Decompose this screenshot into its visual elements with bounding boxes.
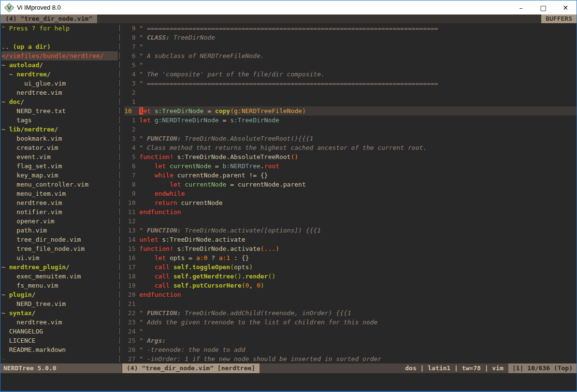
tree-item[interactable]: README.markdown — [1, 345, 118, 354]
tree-item[interactable]: menu_item.vim — [1, 189, 118, 198]
text-segment: </vimfiles/bundle/nerdtree/ — [1, 52, 103, 59]
text-segment: / — [39, 61, 43, 69]
text-segment: () — [268, 273, 275, 280]
tree-item[interactable]: bookmark.vim — [1, 134, 118, 143]
text-segment: ~ — [1, 263, 9, 271]
text-segment: ~ — [1, 309, 9, 317]
tree-item[interactable]: ~ autoload/ — [1, 60, 118, 70]
tree-item[interactable]: ui.vim — [1, 253, 118, 262]
command-line[interactable] — [0, 373, 577, 391]
code-line: 19 call self.putCursorHere(0, 0) — [124, 281, 577, 290]
code-line: 6 " A subclass of NERDTreeFileNode. — [124, 51, 577, 60]
tree-item[interactable]: tree_file_node.vim — [1, 244, 118, 253]
tree-item[interactable]: ~ syntax/ — [1, 308, 118, 318]
tree-item[interactable]: tags — [1, 116, 118, 125]
tree-item[interactable]: menu_controller.vim — [1, 180, 118, 189]
cursor-position: |1| 10/636 (Top) — [508, 363, 577, 373]
text-segment: README.markdown — [1, 346, 66, 353]
code-line: 1 let g:NERDTreeDirNode = s:TreeDirNode — [124, 116, 577, 125]
tree-item[interactable]: flag_set.vim — [1, 161, 118, 171]
code-pane[interactable]: 9 " ====================================… — [122, 23, 577, 363]
code-line: 23 " Adds the given treenode to the list… — [124, 318, 577, 327]
window-title: Vi IMproved 8.0 — [17, 4, 61, 11]
tree-item[interactable]: ~ doc/ — [1, 97, 118, 106]
line-number: 8 — [124, 181, 139, 188]
text-segment: currentNode — [170, 162, 211, 170]
tree-item[interactable]: exec_menuitem.vim — [1, 272, 118, 281]
text-segment: ) — [249, 263, 253, 271]
text-segment: LICENCE — [1, 337, 35, 344]
tree-item[interactable]: ~ nerdtree_plugin/ — [1, 262, 118, 272]
text-segment: g:NERDTreeDirNode — [155, 116, 219, 124]
close-button[interactable]: ✕ — [554, 0, 577, 15]
text-segment: opener.vim — [1, 218, 55, 225]
line-number: 2 — [124, 126, 139, 133]
tabline-fill — [97, 15, 541, 23]
tree-item[interactable]: opener.vim — [1, 217, 118, 226]
tree-item[interactable]: .. (up a dir) — [1, 42, 118, 51]
statusline-fill — [260, 363, 400, 373]
tree-item[interactable]: ~ nerdtree/ — [1, 70, 118, 79]
text-segment: / — [47, 71, 51, 78]
line-number: 13 — [124, 227, 139, 234]
text-segment — [151, 107, 155, 115]
line-number: 6 — [124, 52, 139, 59]
line-number: 11 — [124, 208, 139, 216]
buffer-tab[interactable]: (4) "tree_dir_node.vim" — [0, 15, 97, 23]
tree-item[interactable]: key_map.vim — [1, 171, 118, 180]
text-segment: flag_set.vim — [1, 162, 62, 170]
text-segment: s:TreeDirNode — [230, 116, 279, 124]
text-segment: event.vim — [1, 153, 51, 160]
tree-item[interactable]: notifier.vim — [1, 207, 118, 217]
window-separator[interactable] — [118, 23, 122, 363]
tree-item[interactable]: ~ — [1, 354, 118, 363]
text-segment: " — [139, 135, 147, 142]
tree-item[interactable]: nerdtree.vim — [1, 88, 118, 97]
text-segment: () — [234, 273, 242, 280]
maximize-button[interactable]: □ — [532, 0, 554, 15]
text-segment: tags — [1, 116, 32, 124]
text-segment: TreeDirNode — [170, 34, 215, 41]
line-number: 3 — [124, 135, 139, 142]
tree-item[interactable]: " Press ? for help — [1, 24, 118, 33]
code-line: 9 " ====================================… — [124, 24, 577, 33]
tree-item[interactable]: event.vim — [1, 152, 118, 161]
tree-item[interactable]: CHANGELOG — [1, 327, 118, 336]
title-bar[interactable]: V Vi IMproved 8.0 – □ ✕ — [0, 0, 577, 15]
text-segment: b:NERDTree — [223, 162, 260, 170]
tree-item[interactable]: ~ lib/nerdtree/ — [1, 125, 118, 134]
tree-item[interactable]: creator.vim — [1, 143, 118, 152]
tree-item[interactable]: tree_dir_node.vim — [1, 235, 118, 244]
text-segment: menu_item.vim — [1, 190, 66, 197]
code-line: 12 — [124, 217, 577, 226]
minimize-button[interactable]: – — [510, 0, 532, 15]
tree-item[interactable] — [1, 33, 118, 42]
line-number: 21 — [124, 300, 139, 307]
text-segment — [170, 282, 173, 289]
tree-item[interactable]: ~ plugin/ — [1, 290, 118, 299]
cursor: l — [139, 107, 143, 115]
text-segment: " -inOrder: 1 if the new node should be … — [139, 355, 381, 363]
text-segment: doc — [9, 98, 20, 105]
tree-item[interactable]: LICENCE — [1, 336, 118, 345]
tree-item[interactable]: nerdtree.vim — [1, 198, 118, 207]
text-segment: plugin — [9, 291, 32, 298]
text-segment: et — [143, 107, 151, 115]
tree-item[interactable]: path.vim — [1, 226, 118, 235]
text-segment: FUNCTION: — [147, 309, 181, 317]
text-segment: : {} — [230, 254, 249, 261]
tree-item[interactable]: nerdtree.vim — [1, 318, 118, 327]
text-segment: a:0 — [196, 254, 207, 261]
text-segment: " ======================================… — [139, 25, 438, 32]
code-line: 27 " -inOrder: 1 if the new node should … — [124, 354, 577, 363]
tree-item[interactable]: </vimfiles/bundle/nerdtree/ — [1, 51, 118, 60]
tree-item[interactable]: NERD_tree.txt — [1, 106, 118, 116]
tree-item[interactable]: fs_menu.vim — [1, 281, 118, 290]
text-segment: return — [155, 199, 177, 206]
text-segment: CHANGELOG — [1, 328, 43, 335]
text-segment: = currentNode.parent — [226, 181, 305, 188]
tree-item[interactable]: NERD_tree.vim — [1, 299, 118, 308]
tree-item[interactable]: ui_glue.vim — [1, 79, 118, 88]
line-number: 5 — [124, 61, 139, 69]
line-number: 7 — [124, 43, 139, 50]
